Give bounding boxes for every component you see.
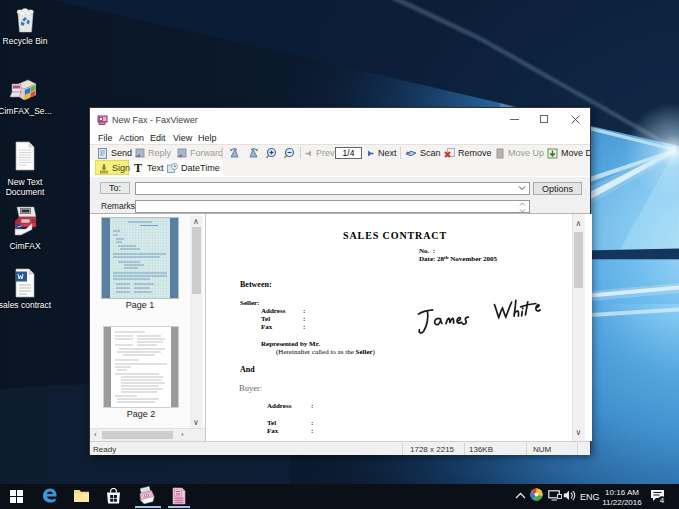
svg-text:4: 4 — [660, 496, 665, 505]
